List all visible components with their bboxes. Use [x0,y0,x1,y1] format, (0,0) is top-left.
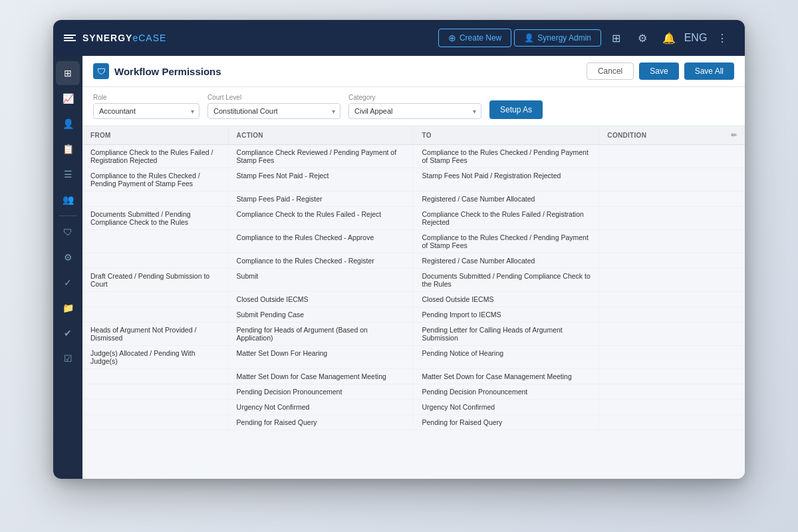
table-row: Closed Outside IECMSClosed Outside IECMS [82,292,745,307]
cell-condition [599,307,745,323]
cell-action: Submit Pending Case [228,307,414,323]
cell-to: Urgency Not Confirmed [414,400,599,415]
admin-label: Synergy Admin [537,33,591,43]
sidebar-item-checklist[interactable]: ✓ [56,271,80,295]
cell-condition [599,400,745,415]
table-row: Compliance Check to the Rules Failed / R… [82,145,745,168]
page-title: Workflow Permissions [114,66,221,77]
sidebar-item-approvals[interactable]: ✔ [56,321,80,345]
ecase-name: eCASE [132,33,166,43]
sidebar-divider-1 [59,215,77,216]
sidebar-item-user-mgmt[interactable]: 👤 [56,112,80,136]
admin-button[interactable]: 👤 Synergy Admin [514,29,601,47]
file-icon: 📁 [63,303,74,313]
cell-action: Compliance Check Reviewed / Pending Paym… [228,145,414,168]
sidebar-item-table[interactable]: ☰ [56,162,80,186]
top-nav: SYNERGY eCASE ⊕ Create New 👤 Synergy Adm… [53,20,745,56]
cell-condition [599,346,745,369]
cell-from [82,415,228,430]
category-label: Category [348,94,481,101]
cell-action: Compliance to the Rules Checked - Regist… [228,253,414,269]
cell-condition [599,168,745,192]
sidebar-item-settings[interactable]: ⚙ [56,245,80,269]
cell-from [82,292,228,307]
table-wrapper[interactable]: From Action To Conditio [82,126,745,479]
role-select-wrapper: Accountant [93,103,200,119]
th-from: From [82,126,228,145]
shield-small-icon: 🛡 [97,66,106,76]
category-select-wrapper: Civil Appeal [348,103,481,119]
doc-icon: 📋 [63,144,74,154]
lang-label: ENG [684,32,708,44]
more-options-button[interactable]: ⋮ [710,26,734,50]
cell-to: Compliance Check to the Rules Failed / R… [414,207,599,230]
table-row: Judge(s) Allocated / Pending With Judge(… [82,346,745,369]
header-actions: Cancel Save Save All [587,63,734,80]
cell-to: Pending for Raised Query [414,415,599,430]
create-new-label: Create New [460,33,501,43]
table-row: Compliance to the Rules Checked - Approv… [82,230,745,253]
cell-condition [599,230,745,253]
filter-row: Role Accountant Court Level Constitution… [82,87,745,126]
court-level-filter-group: Court Level Constitutional Court [207,94,340,119]
table-icon: ☰ [64,169,72,180]
sidebar-item-docs[interactable]: 📋 [56,137,80,161]
lang-button[interactable]: ENG [684,26,708,50]
table-row: Heads of Argument Not Provided / Dismiss… [82,323,745,346]
court-level-select[interactable]: Constitutional Court [207,103,340,119]
role-select[interactable]: Accountant [93,103,200,119]
save-button[interactable]: Save [639,63,678,80]
settings-icon-button[interactable]: ⚙ [630,26,654,50]
cell-to: Pending Decision Pronouncement [414,384,599,400]
sidebar-item-home[interactable]: ⊞ [56,61,80,85]
checkbox-icon: ☑ [64,353,72,364]
cancel-button[interactable]: Cancel [587,63,634,80]
calendar-icon-button[interactable]: ⊞ [604,26,628,50]
th-action: Action [228,126,414,145]
sidebar-item-security[interactable]: 🛡 [56,220,80,244]
cell-to: Compliance to the Rules Checked / Pendin… [414,230,599,253]
bell-icon-button[interactable]: 🔔 [657,26,681,50]
permissions-table: From Action To Conditio [82,126,745,430]
setup-as-button[interactable]: Setup As [489,100,543,119]
court-level-select-wrapper: Constitutional Court [207,103,340,119]
cell-action: Urgency Not Confirmed [228,400,414,415]
checklist-icon: ✓ [64,277,72,288]
cell-condition [599,323,745,346]
cell-from [82,400,228,415]
sidebar-item-people[interactable]: 👥 [56,188,80,211]
cell-action: Stamp Fees Not Paid - Reject [228,168,414,192]
cell-from [82,369,228,384]
cell-from [82,253,228,269]
court-level-label: Court Level [207,94,340,101]
page-title-icon: 🛡 [93,63,109,79]
cell-from: Documents Submitted / Pending Compliance… [82,207,228,230]
main-layout: ⊞ 📈 👤 📋 ☰ 👥 🛡 [53,56,745,479]
cell-action: Stamp Fees Paid - Register [228,192,414,207]
tools-icon: ⚙ [638,32,647,45]
home-icon: ⊞ [64,68,72,78]
chart-icon: 📈 [63,93,74,104]
cell-action: Pending Decision Pronouncement [228,384,414,400]
sidebar-item-analytics[interactable]: 📈 [56,86,80,110]
sidebar: ⊞ 📈 👤 📋 ☰ 👥 🛡 [53,56,82,479]
sidebar-item-tasks[interactable]: ☑ [56,346,80,370]
save-all-button[interactable]: Save All [684,63,734,80]
cell-condition [599,269,745,292]
user-add-icon: 👤 [63,118,74,129]
cell-action: Matter Set Down for Case Management Meet… [228,369,414,384]
cell-condition [599,145,745,168]
table-row: Submit Pending CasePending Import to IEC… [82,307,745,323]
category-select[interactable]: Civil Appeal [348,103,481,119]
table-row: Compliance to the Rules Checked / Pendin… [82,168,745,192]
cell-action: Matter Set Down For Hearing [228,346,414,369]
table-row: Compliance to the Rules Checked - Regist… [82,253,745,269]
monitor-wrapper: SYNERGY eCASE ⊕ Create New 👤 Synergy Adm… [33,20,765,512]
sidebar-item-files[interactable]: 📁 [56,296,80,320]
create-new-button[interactable]: ⊕ Create New [438,29,511,47]
ellipsis-icon: ⋮ [717,32,728,45]
shield-icon: 🛡 [63,227,72,237]
cell-action: Closed Outside IECMS [228,292,414,307]
cell-to: Registered / Case Number Allocated [414,253,599,269]
edit-icon[interactable]: ✏ [731,131,737,140]
